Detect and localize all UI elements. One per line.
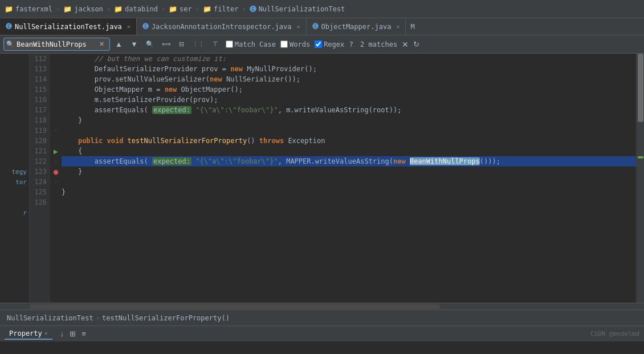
code-line-120: public void testNullSerializerForPropert… bbox=[62, 136, 636, 146]
ln-122: 122 bbox=[30, 156, 47, 166]
bc-sep-4: › bbox=[195, 5, 199, 13]
search-input-wrap: 🔍 ✕ bbox=[3, 38, 110, 51]
horizontal-scrollbar[interactable] bbox=[0, 303, 644, 310]
bottom-panel: Property ✕ ↓ ⊞ ≡ CSDN @modelmd bbox=[0, 325, 644, 341]
tab-objectmapper[interactable]: 🅒 ObjectMapper.java ✕ bbox=[307, 18, 406, 35]
gutter-debug-dot: ● bbox=[50, 166, 62, 177]
gutter: · ▶ · ● · bbox=[50, 54, 62, 303]
bc-sep: › bbox=[56, 5, 60, 13]
breadcrumb-bar: 📁 fasterxml › 📁 jackson › 📁 databind › 📁… bbox=[0, 0, 644, 18]
h-scroll-thumb[interactable] bbox=[30, 304, 440, 309]
split-button[interactable]: ⊟ bbox=[176, 39, 187, 49]
bc-sep-3: › bbox=[161, 5, 165, 13]
ln-117: 117 bbox=[30, 105, 47, 115]
ln-114: 114 bbox=[30, 74, 47, 84]
watermark: CSDN @modelmd bbox=[590, 330, 639, 337]
prev-match-button[interactable]: ▲ bbox=[112, 39, 125, 50]
tab-close-2[interactable]: ✕ bbox=[297, 23, 300, 30]
ln-112: 112 bbox=[30, 54, 47, 64]
bc-file[interactable]: NullSerializationTest bbox=[7, 314, 93, 322]
left-label-r: r bbox=[0, 207, 29, 218]
breadcrumb-jackson[interactable]: jackson bbox=[74, 5, 103, 13]
ln-113: 113 bbox=[30, 64, 47, 74]
panel-list-button[interactable]: ≡ bbox=[80, 328, 87, 339]
code-line-117: assertEquals( expected: "{\"a\":\"foobar… bbox=[62, 105, 636, 115]
folder-icon-4: 📁 bbox=[169, 5, 177, 13]
bc-sep-5: › bbox=[242, 5, 246, 13]
gutter-dot-123: · bbox=[50, 177, 62, 187]
folder-icon: 📁 bbox=[5, 5, 13, 13]
words-option[interactable]: Words bbox=[280, 40, 310, 48]
bc-sep-arrow: › bbox=[96, 314, 100, 322]
tab-overflow[interactable]: M bbox=[406, 23, 419, 31]
panel-icons: ↓ ⊞ ≡ bbox=[59, 328, 87, 339]
panel-tab-property[interactable]: Property ✕ bbox=[5, 328, 52, 340]
editor-area: tegy tor r 112 113 114 115 116 117 118 1… bbox=[0, 54, 644, 303]
regex-label: Regex bbox=[324, 40, 344, 48]
filter-button[interactable]: ⊤ bbox=[210, 39, 221, 49]
panel-down-button[interactable]: ↓ bbox=[59, 328, 66, 339]
code-line-124 bbox=[62, 177, 636, 187]
scrollbar-right[interactable] bbox=[636, 54, 644, 303]
bottom-breadcrumb: NullSerializationTest › testNullSerializ… bbox=[0, 310, 644, 325]
tab-icon-1: 🅒 bbox=[6, 23, 12, 30]
panel-tab-label: Property bbox=[9, 329, 42, 337]
gutter-dot-118: · bbox=[50, 125, 62, 136]
scroll-thumb[interactable] bbox=[638, 54, 643, 122]
panel-tab-close[interactable]: ✕ bbox=[44, 330, 48, 336]
ln-124: 124 bbox=[30, 177, 47, 187]
left-sidebar: tegy tor r bbox=[0, 54, 30, 303]
ln-116: 116 bbox=[30, 95, 47, 105]
bc-method[interactable]: testNullSerializerForProperty() bbox=[102, 314, 230, 322]
tab-icon-3: 🅒 bbox=[312, 23, 319, 30]
ln-120: 120 bbox=[30, 136, 47, 146]
breadcrumb-databind[interactable]: databind bbox=[125, 5, 158, 13]
next-match-button[interactable]: ▼ bbox=[128, 39, 141, 50]
breadcrumb-ser[interactable]: ser bbox=[180, 5, 192, 13]
ln-118: 118 bbox=[30, 115, 47, 125]
help-icon[interactable]: ? bbox=[349, 40, 353, 48]
breadcrumb-filter[interactable]: filter bbox=[214, 5, 238, 13]
match-case-option[interactable]: Match Case bbox=[226, 40, 276, 48]
match-case-label: Match Case bbox=[235, 40, 276, 48]
code-line-122: assertEquals( expected: "{\"a\":\"foobar… bbox=[62, 156, 636, 166]
breadcrumb-file[interactable]: NullSerializationTest bbox=[259, 5, 345, 13]
code-line-119 bbox=[62, 125, 636, 136]
ln-123: 123 bbox=[30, 166, 47, 177]
code-line-114: prov.setNullValueSerializer(new NullSeri… bbox=[62, 74, 636, 84]
code-line-125: } bbox=[62, 187, 636, 197]
align-button[interactable]: ⟺ bbox=[159, 39, 174, 49]
case-split-button[interactable]: ⋮⋮ bbox=[189, 39, 207, 49]
tab-nullserialization[interactable]: 🅒 NullSerializationTest.java ✕ bbox=[0, 18, 137, 35]
breadcrumb-fasterxml[interactable]: fasterxml bbox=[15, 5, 52, 13]
panel-add-button[interactable]: ⊞ bbox=[68, 328, 77, 339]
left-label-tor: tor bbox=[0, 177, 29, 187]
search-options-button[interactable]: 🔍 bbox=[143, 39, 157, 49]
words-checkbox[interactable] bbox=[280, 40, 288, 48]
gutter-run-arrow: ▶ bbox=[50, 146, 62, 156]
ln-119: 119 bbox=[30, 125, 47, 136]
code-line-118: } bbox=[62, 115, 636, 125]
code-line-121: { bbox=[62, 146, 636, 156]
tab-overflow-label: M bbox=[410, 23, 414, 31]
regex-checkbox[interactable] bbox=[315, 40, 322, 48]
tab-label-2: JacksonAnnotationIntrospector.java bbox=[152, 23, 292, 31]
search-input[interactable] bbox=[17, 40, 96, 48]
close-search-button[interactable]: ✕ bbox=[402, 40, 409, 49]
ln-121: 121 bbox=[30, 146, 47, 156]
refresh-button[interactable]: ↻ bbox=[413, 40, 419, 48]
code-editor[interactable]: // but then we can customize it: Default… bbox=[62, 54, 636, 303]
match-case-checkbox[interactable] bbox=[226, 40, 233, 48]
h-scroll-track bbox=[30, 304, 440, 309]
scroll-marker-green bbox=[638, 156, 643, 158]
line-numbers: 112 113 114 115 116 117 118 119 120 121 … bbox=[30, 54, 50, 303]
tab-jackson[interactable]: 🅒 JacksonAnnotationIntrospector.java ✕ bbox=[137, 18, 307, 35]
search-icon: 🔍 bbox=[6, 40, 14, 48]
tab-close-3[interactable]: ✕ bbox=[396, 23, 400, 30]
regex-option[interactable]: Regex bbox=[315, 40, 344, 48]
tab-bar: 🅒 NullSerializationTest.java ✕ 🅒 Jackson… bbox=[0, 18, 644, 35]
clear-search-button[interactable]: ✕ bbox=[96, 39, 107, 49]
ln-126: 126 bbox=[30, 197, 47, 207]
tab-close-1[interactable]: ✕ bbox=[127, 23, 131, 30]
tab-icon-2: 🅒 bbox=[142, 23, 149, 30]
